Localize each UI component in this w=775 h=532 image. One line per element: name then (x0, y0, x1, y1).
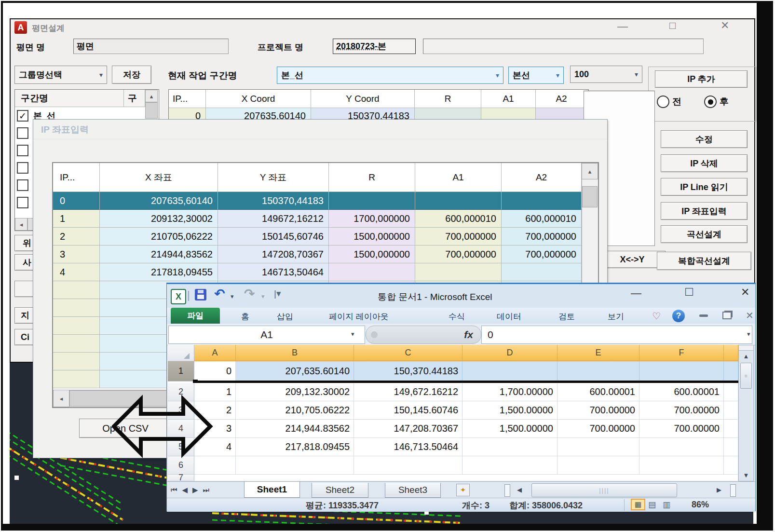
section-list-scroll-left-icon[interactable]: ◂ (15, 218, 27, 231)
cad-minimize-icon[interactable]: — (617, 21, 628, 32)
cell-f5[interactable] (639, 438, 724, 456)
excel-close-icon[interactable]: ✕ (741, 287, 749, 298)
tab-file[interactable]: 파일 (171, 308, 220, 324)
cell-c3[interactable]: 150,145.60746 (354, 401, 462, 420)
cell-d4[interactable]: 1,500.00000 (462, 420, 557, 438)
save-button[interactable]: 저장 (112, 66, 151, 84)
hscroll-thumb[interactable]: |||| (531, 483, 677, 497)
sheet-tab-active[interactable]: Sheet1 (244, 482, 300, 498)
radio-after[interactable]: 후 (704, 95, 729, 108)
cell-f3[interactable]: 700.00000 (639, 401, 724, 420)
view-normal-icon[interactable]: ▦ (631, 499, 645, 510)
undo-icon[interactable]: ↶ (214, 286, 225, 301)
vscroll-split-handle[interactable] (739, 345, 753, 351)
formula-expand-icon[interactable]: ▾ (747, 330, 750, 338)
group-select-combo[interactable]: 그룹명선택 ▾ (14, 66, 107, 84)
dialog-vscroll-thumb[interactable] (582, 186, 598, 207)
cell-e3[interactable]: 700.00000 (557, 401, 639, 420)
cad-maximize-icon[interactable]: □ (669, 20, 676, 31)
cell-e1[interactable] (557, 361, 639, 382)
name-box-dropdown-icon[interactable]: ▾ (351, 330, 354, 338)
dlg-col-x[interactable]: X 좌표 (100, 163, 218, 192)
heart-icon[interactable]: ♡ (652, 310, 661, 322)
cad-col-y[interactable]: Y Coord (311, 90, 415, 108)
cell-b4[interactable]: 214,944.83562 (236, 420, 354, 438)
col-header-f[interactable]: F (639, 345, 724, 361)
cell-g1-partial[interactable] (724, 361, 738, 382)
cad-col-a2[interactable]: A2 (536, 90, 587, 108)
qat-more-icon[interactable]: |▾ (274, 288, 281, 299)
ribbon-restore-icon[interactable] (722, 312, 732, 319)
formula-input[interactable]: 0 (481, 326, 752, 344)
hscroll-split-handle[interactable] (730, 484, 736, 497)
line-type-combo[interactable]: 본선 ▾ (508, 67, 564, 84)
tab-formulas[interactable]: 수식 (446, 309, 468, 324)
col-header-d[interactable]: D (462, 345, 557, 361)
col-header-c[interactable]: C (354, 345, 462, 361)
cell-e5[interactable] (557, 438, 639, 456)
cell-c5[interactable]: 146,713.50464 (354, 438, 462, 456)
cad-col-x[interactable]: X Coord (206, 90, 311, 108)
curve-design-button[interactable]: 곡선설계 (661, 225, 748, 243)
redo-icon[interactable]: ↷ (244, 286, 255, 301)
cell-e2[interactable]: 600.00001 (557, 383, 639, 401)
cell-d5[interactable] (462, 438, 557, 456)
redo-dropdown-icon[interactable]: ▾ (261, 293, 265, 300)
view-page-break-icon[interactable]: ▥ (663, 500, 670, 510)
checkbox-icon[interactable] (17, 162, 28, 174)
view-page-layout-icon[interactable]: ▤ (648, 500, 656, 510)
section-list-header-name[interactable]: 구간명 (15, 90, 124, 107)
sheet-grid[interactable]: A B C D E F 1 0 207,635.60140 150,370.44… (168, 345, 738, 481)
row-header-1[interactable]: 1 (168, 361, 194, 382)
cell-a1-active[interactable]: 0 (194, 361, 236, 382)
cell-c4[interactable]: 147,208.70367 (354, 420, 462, 438)
col-header-g-partial[interactable] (724, 345, 738, 361)
project-name-input-2[interactable] (423, 39, 704, 54)
section-list-vscroll-thumb[interactable] (145, 102, 158, 119)
dlg-col-y[interactable]: Y 좌표 (218, 163, 329, 192)
name-box[interactable]: A1 (168, 326, 365, 344)
cell-f4[interactable]: 700.00000 (639, 420, 724, 438)
vertical-scrollbar[interactable]: ▲ ≡ ▼ (738, 345, 754, 481)
checkbox-icon[interactable] (17, 179, 28, 191)
ip-line-read-button[interactable]: IP Line 읽기 (661, 178, 748, 196)
tab-split-handle[interactable] (504, 484, 510, 497)
cell-b2[interactable]: 209,132.30002 (236, 383, 354, 401)
plan-name-input[interactable]: 평면 (73, 39, 229, 54)
zoom-level[interactable]: 86% (692, 500, 709, 510)
cell-d1[interactable] (462, 361, 557, 382)
dialog-scroll-left-icon[interactable]: ◂ (53, 390, 69, 407)
tab-data[interactable]: 데이터 (494, 309, 524, 324)
cad-col-ip[interactable]: IP... (169, 90, 206, 108)
undo-dropdown-icon[interactable]: ▾ (231, 293, 234, 300)
project-name-input[interactable]: 20180723-본 (333, 39, 416, 54)
excel-minimize-icon[interactable]: — (631, 288, 641, 299)
row-header-7-partial[interactable]: 7 (168, 475, 194, 481)
cell-b3[interactable]: 210,705.06222 (236, 401, 354, 420)
interval-combo[interactable]: 100 ▾ (570, 66, 642, 83)
col-header-e[interactable]: E (557, 345, 639, 361)
cell-c1[interactable]: 150,370.44183 (354, 361, 462, 382)
save-icon[interactable] (195, 289, 206, 300)
cell-d2[interactable]: 1,700.00000 (462, 383, 557, 401)
dlg-col-a2[interactable]: A2 (502, 163, 582, 192)
scroll-down-icon[interactable]: ▼ (739, 472, 753, 479)
scroll-up-icon[interactable]: ▲ (739, 351, 753, 362)
workbook-close-icon[interactable]: ✕ (746, 310, 754, 321)
tab-home[interactable]: 홈 (238, 309, 252, 324)
dlg-col-r[interactable]: R (329, 163, 415, 192)
checkbox-icon[interactable] (17, 127, 28, 139)
tab-page-layout[interactable]: 페이지 레이아웃 (326, 309, 392, 324)
dlg-col-a1[interactable]: A1 (415, 163, 502, 192)
checkbox-icon[interactable] (17, 145, 28, 156)
ip-delete-button[interactable]: IP 삭제 (661, 154, 748, 172)
ip-coord-input-button[interactable]: IP 좌표입력 (661, 202, 748, 220)
sheet-tab-3[interactable]: Sheet3 (385, 483, 441, 498)
checkbox-checked-icon[interactable]: ✓ (17, 110, 28, 122)
section-list-scroll-up-icon[interactable]: ▴ (145, 90, 158, 102)
tab-view[interactable]: 보기 (605, 309, 627, 324)
section-list-header-2[interactable]: 구 (124, 90, 145, 107)
col-header-a[interactable]: A (194, 345, 236, 361)
select-all-corner[interactable] (168, 345, 194, 361)
fx-icon[interactable]: fx (464, 329, 473, 341)
